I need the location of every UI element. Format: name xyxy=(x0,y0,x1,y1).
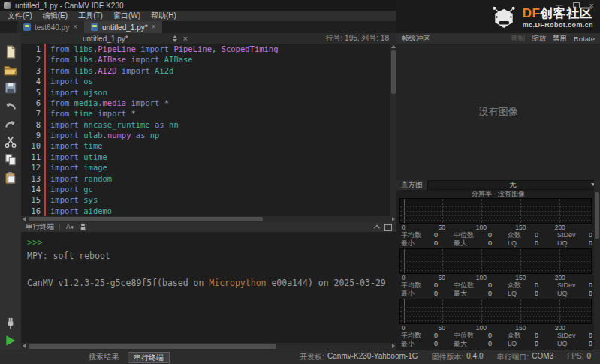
code-token: ScopedTiming xyxy=(222,44,279,54)
scrollbar-thumb[interactable] xyxy=(391,50,396,94)
histogram-stats-row: 最小0最大0LQ0UQ0 xyxy=(399,290,592,298)
menu-item[interactable]: 编辑(E) xyxy=(38,11,73,21)
code-line: 9import ulab.numpy as np xyxy=(21,130,390,140)
modified-line-marker xyxy=(44,194,46,205)
modified-line-marker xyxy=(44,87,46,98)
histogram-axis: 050100150200 xyxy=(399,324,592,332)
scrollbar-thumb[interactable] xyxy=(595,192,599,239)
collapse-panel-icon[interactable] xyxy=(374,225,380,231)
code-token: gc xyxy=(83,184,93,194)
grid-line xyxy=(400,316,591,317)
histogram-axis: 050100150200 xyxy=(399,274,592,281)
menu-item[interactable]: 工具(T) xyxy=(73,11,108,21)
stat-label: 平均数 xyxy=(401,281,434,290)
paste-icon[interactable] xyxy=(4,171,17,185)
code-token: image xyxy=(83,162,107,173)
open-document-selector[interactable]: untitled_1.py* × xyxy=(83,35,188,43)
clear-terminal-icon[interactable]: A xyxy=(65,223,74,231)
tab-serial-terminal[interactable]: 串行终端 xyxy=(128,352,170,363)
record-button[interactable]: 录制 xyxy=(511,34,525,44)
code-line: 7from time import * xyxy=(21,108,390,119)
code-editor[interactable]: 1from libs.PipeLine import PipeLine, Sco… xyxy=(21,44,390,216)
scrollbar-thumb[interactable] xyxy=(29,344,276,349)
menu-item[interactable]: 文件(F) xyxy=(2,11,38,21)
connect-icon[interactable] xyxy=(4,316,17,329)
histogram-title: 直方图 xyxy=(396,180,427,190)
new-file-icon[interactable] xyxy=(4,45,17,59)
grid-line xyxy=(400,206,591,207)
code-token: media xyxy=(74,98,98,108)
stat-label: 众数 xyxy=(508,332,535,340)
close-icon[interactable]: × xyxy=(152,23,156,31)
editor-horizontal-scrollbar[interactable] xyxy=(21,216,396,222)
serial-terminal[interactable]: >>>MPY: soft reboot CanMV v1.2.3-25-g5ce… xyxy=(21,232,396,343)
code-token: libs xyxy=(74,44,93,54)
frame-buffer-title: 帧缓冲区 xyxy=(402,34,430,44)
stat-value: 0 xyxy=(535,340,557,348)
brand-logo: DF创客社区 mc.DFRobot.com.cn xyxy=(490,5,593,29)
save-log-icon[interactable] xyxy=(79,223,87,231)
stat-value: 0 xyxy=(535,231,557,239)
code-token: nn xyxy=(169,119,179,130)
code-token: libs xyxy=(74,65,93,76)
document-bar: untitled_1.py* × 行号: 195, 列号: 18 xyxy=(0,33,396,44)
grid-line xyxy=(400,220,591,221)
scroll-left-icon[interactable] xyxy=(23,217,26,221)
status-value: 0.4.0 xyxy=(466,352,483,362)
detach-panel-icon[interactable] xyxy=(384,224,392,231)
document-updown-icon[interactable] xyxy=(173,35,177,42)
histogram-channel: 050100150200平均数0中位数0众数0StDev0最小0最大0LQ0UQ… xyxy=(399,248,592,298)
code-token: media xyxy=(103,98,127,108)
code-token: ulab xyxy=(83,130,102,140)
code-token: Ai2d xyxy=(155,65,173,76)
stat-label: StDev xyxy=(557,231,589,239)
grid-line xyxy=(400,257,591,257)
rotate-button[interactable]: Rotate xyxy=(574,35,595,43)
menu-item[interactable]: 帮助(H) xyxy=(146,11,182,21)
copy-icon[interactable] xyxy=(4,153,17,167)
scroll-up-icon[interactable] xyxy=(391,45,396,48)
axis-tick: 150 xyxy=(515,324,526,332)
run-icon[interactable] xyxy=(4,334,17,347)
save-icon[interactable] xyxy=(4,81,17,95)
tab-test640[interactable]: test640.py × xyxy=(17,21,84,33)
zoom-button[interactable]: 缩放 xyxy=(532,34,546,44)
line-number: 11 xyxy=(21,152,44,162)
disable-button[interactable]: 禁用 xyxy=(553,34,567,44)
stat-value: 0 xyxy=(488,281,508,290)
axis-tick: 100 xyxy=(476,224,487,231)
svg-text:A: A xyxy=(66,224,71,230)
editor-vertical-scrollbar[interactable] xyxy=(390,44,396,216)
line-number: 5 xyxy=(21,87,44,98)
menu-item[interactable]: 窗口(W) xyxy=(108,11,146,21)
stat-label: LQ xyxy=(508,239,535,248)
code-token: utime xyxy=(83,152,107,162)
status-value: COM3 xyxy=(532,352,553,362)
open-folder-icon[interactable] xyxy=(4,63,17,77)
scroll-right-icon[interactable] xyxy=(392,344,395,348)
code-token: from xyxy=(50,98,74,108)
tab-untitled-1[interactable]: untitled_1.py* × xyxy=(84,21,162,33)
code-token: from xyxy=(50,44,74,54)
redo-icon[interactable] xyxy=(4,117,17,131)
status-label: 串行端口: xyxy=(497,352,529,362)
no-image-placeholder: 没有图像 xyxy=(479,105,518,119)
undo-icon[interactable] xyxy=(4,99,17,113)
cut-icon[interactable] xyxy=(4,135,17,149)
grid-line xyxy=(400,266,591,266)
stat-value: 0 xyxy=(535,290,557,298)
histogram-vertical-scrollbar[interactable] xyxy=(594,180,600,350)
modified-line-marker xyxy=(44,108,46,119)
scroll-right-icon[interactable] xyxy=(392,217,395,221)
terminal-horizontal-scrollbar[interactable] xyxy=(21,343,396,350)
scrollbar-thumb[interactable] xyxy=(29,217,263,221)
close-icon[interactable]: × xyxy=(73,23,77,31)
tab-search-results[interactable]: 搜索结果 xyxy=(89,352,119,362)
code-token: import xyxy=(126,98,164,108)
stat-label: LQ xyxy=(508,290,535,298)
close-icon[interactable]: × xyxy=(183,35,188,43)
stat-label: UQ xyxy=(557,340,589,348)
stat-label: UQ xyxy=(557,290,589,298)
code-line: 10import time xyxy=(21,140,390,151)
scroll-left-icon[interactable] xyxy=(23,344,26,348)
